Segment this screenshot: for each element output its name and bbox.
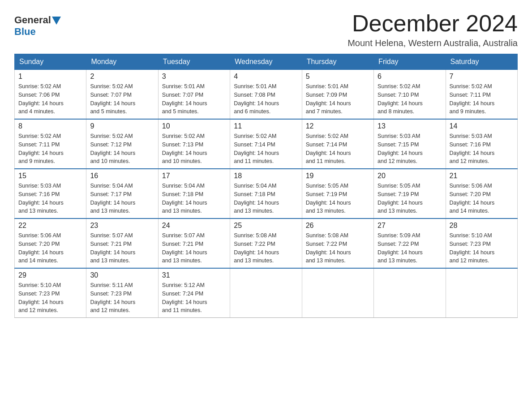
calendar-cell: 29Sunrise: 5:10 AMSunset: 7:23 PMDayligh… (15, 268, 86, 318)
calendar-table: SundayMondayTuesdayWednesdayThursdayFrid… (14, 54, 518, 318)
day-info: Sunrise: 5:05 AMSunset: 7:19 PMDaylight:… (306, 182, 370, 215)
day-info: Sunrise: 5:04 AMSunset: 7:17 PMDaylight:… (90, 182, 154, 215)
day-number: 28 (450, 222, 514, 230)
day-info: Sunrise: 5:01 AMSunset: 7:09 PMDaylight:… (306, 82, 370, 116)
day-number: 16 (90, 172, 154, 180)
day-info: Sunrise: 5:02 AMSunset: 7:14 PMDaylight:… (306, 132, 370, 166)
day-info: Sunrise: 5:04 AMSunset: 7:18 PMDaylight:… (234, 182, 298, 215)
day-number: 4 (234, 73, 298, 81)
day-info: Sunrise: 5:07 AMSunset: 7:21 PMDaylight:… (162, 231, 226, 265)
calendar-cell: 12Sunrise: 5:02 AMSunset: 7:14 PMDayligh… (302, 119, 373, 169)
day-info: Sunrise: 5:04 AMSunset: 7:18 PMDaylight:… (162, 182, 226, 215)
page-header: General Blue December 2024 Mount Helena,… (14, 11, 518, 48)
day-info: Sunrise: 5:06 AMSunset: 7:20 PMDaylight:… (18, 231, 82, 265)
day-number: 2 (90, 73, 154, 81)
day-info: Sunrise: 5:09 AMSunset: 7:22 PMDaylight:… (378, 231, 442, 265)
logo-blue-text: Blue (14, 26, 36, 38)
calendar-cell: 3Sunrise: 5:01 AMSunset: 7:07 PMDaylight… (158, 70, 230, 120)
day-info: Sunrise: 5:10 AMSunset: 7:23 PMDaylight:… (450, 231, 514, 265)
calendar-cell: 17Sunrise: 5:04 AMSunset: 7:18 PMDayligh… (158, 169, 230, 218)
day-number: 30 (90, 271, 154, 279)
day-number: 19 (306, 172, 370, 180)
calendar-header-row: SundayMondayTuesdayWednesdayThursdayFrid… (15, 54, 518, 70)
calendar-cell: 31Sunrise: 5:12 AMSunset: 7:24 PMDayligh… (158, 268, 230, 318)
day-info: Sunrise: 5:08 AMSunset: 7:22 PMDaylight:… (306, 231, 370, 265)
calendar-cell: 15Sunrise: 5:03 AMSunset: 7:16 PMDayligh… (15, 169, 86, 218)
calendar-cell: 11Sunrise: 5:02 AMSunset: 7:14 PMDayligh… (230, 119, 302, 169)
day-number: 22 (18, 222, 82, 230)
day-number: 11 (234, 122, 298, 130)
day-number: 13 (378, 122, 442, 130)
day-info: Sunrise: 5:08 AMSunset: 7:22 PMDaylight:… (234, 231, 298, 265)
calendar-week-row: 1Sunrise: 5:02 AMSunset: 7:06 PMDaylight… (15, 70, 518, 120)
day-info: Sunrise: 5:02 AMSunset: 7:14 PMDaylight:… (234, 132, 298, 166)
calendar-cell: 5Sunrise: 5:01 AMSunset: 7:09 PMDaylight… (302, 70, 373, 120)
calendar-cell: 23Sunrise: 5:07 AMSunset: 7:21 PMDayligh… (86, 218, 158, 268)
title-block: December 2024 Mount Helena, Western Aust… (348, 11, 518, 48)
calendar-cell: 1Sunrise: 5:02 AMSunset: 7:06 PMDaylight… (15, 70, 86, 120)
day-info: Sunrise: 5:02 AMSunset: 7:10 PMDaylight:… (378, 82, 442, 116)
calendar-cell: 27Sunrise: 5:09 AMSunset: 7:22 PMDayligh… (374, 218, 446, 268)
calendar-week-row: 29Sunrise: 5:10 AMSunset: 7:23 PMDayligh… (15, 268, 518, 318)
day-number: 5 (306, 73, 370, 81)
day-info: Sunrise: 5:12 AMSunset: 7:24 PMDaylight:… (162, 281, 226, 315)
day-number: 17 (162, 172, 226, 180)
location-subtitle: Mount Helena, Western Australia, Austral… (348, 38, 518, 48)
calendar-cell: 20Sunrise: 5:05 AMSunset: 7:19 PMDayligh… (374, 169, 446, 218)
month-title: December 2024 (348, 11, 518, 36)
calendar-cell: 9Sunrise: 5:02 AMSunset: 7:12 PMDaylight… (86, 119, 158, 169)
day-number: 12 (306, 122, 370, 130)
header-tuesday: Tuesday (158, 54, 230, 70)
day-number: 3 (162, 73, 226, 81)
day-number: 1 (18, 73, 82, 81)
calendar-cell: 26Sunrise: 5:08 AMSunset: 7:22 PMDayligh… (302, 218, 373, 268)
day-number: 26 (306, 222, 370, 230)
logo-general-text: General (14, 14, 51, 26)
calendar-cell (374, 268, 446, 318)
day-number: 20 (378, 172, 442, 180)
day-number: 6 (378, 73, 442, 81)
day-info: Sunrise: 5:02 AMSunset: 7:13 PMDaylight:… (162, 132, 226, 166)
calendar-cell (230, 268, 302, 318)
logo-triangle-icon (52, 17, 61, 25)
calendar-week-row: 22Sunrise: 5:06 AMSunset: 7:20 PMDayligh… (15, 218, 518, 268)
day-number: 25 (234, 222, 298, 230)
day-number: 18 (234, 172, 298, 180)
header-sunday: Sunday (15, 54, 86, 70)
calendar-cell: 24Sunrise: 5:07 AMSunset: 7:21 PMDayligh… (158, 218, 230, 268)
calendar-cell: 30Sunrise: 5:11 AMSunset: 7:23 PMDayligh… (86, 268, 158, 318)
day-number: 21 (450, 172, 514, 180)
day-info: Sunrise: 5:02 AMSunset: 7:12 PMDaylight:… (90, 132, 154, 166)
calendar-week-row: 15Sunrise: 5:03 AMSunset: 7:16 PMDayligh… (15, 169, 518, 218)
day-info: Sunrise: 5:02 AMSunset: 7:11 PMDaylight:… (18, 132, 82, 166)
day-number: 31 (162, 271, 226, 279)
day-number: 29 (18, 271, 82, 279)
day-info: Sunrise: 5:11 AMSunset: 7:23 PMDaylight:… (90, 281, 154, 315)
calendar-cell: 22Sunrise: 5:06 AMSunset: 7:20 PMDayligh… (15, 218, 86, 268)
header-thursday: Thursday (302, 54, 373, 70)
day-info: Sunrise: 5:06 AMSunset: 7:20 PMDaylight:… (450, 182, 514, 215)
calendar-cell: 14Sunrise: 5:03 AMSunset: 7:16 PMDayligh… (446, 119, 517, 169)
calendar-cell: 21Sunrise: 5:06 AMSunset: 7:20 PMDayligh… (446, 169, 517, 218)
calendar-cell: 2Sunrise: 5:02 AMSunset: 7:07 PMDaylight… (86, 70, 158, 120)
calendar-cell: 6Sunrise: 5:02 AMSunset: 7:10 PMDaylight… (374, 70, 446, 120)
day-number: 23 (90, 222, 154, 230)
calendar-cell: 19Sunrise: 5:05 AMSunset: 7:19 PMDayligh… (302, 169, 373, 218)
day-number: 10 (162, 122, 226, 130)
calendar-cell: 10Sunrise: 5:02 AMSunset: 7:13 PMDayligh… (158, 119, 230, 169)
day-number: 9 (90, 122, 154, 130)
day-info: Sunrise: 5:01 AMSunset: 7:07 PMDaylight:… (162, 82, 226, 116)
day-number: 24 (162, 222, 226, 230)
header-wednesday: Wednesday (230, 54, 302, 70)
calendar-cell: 7Sunrise: 5:02 AMSunset: 7:11 PMDaylight… (446, 70, 517, 120)
day-info: Sunrise: 5:07 AMSunset: 7:21 PMDaylight:… (90, 231, 154, 265)
logo: General Blue (14, 14, 61, 38)
day-info: Sunrise: 5:03 AMSunset: 7:15 PMDaylight:… (378, 132, 442, 166)
calendar-cell (446, 268, 517, 318)
day-number: 7 (450, 73, 514, 81)
calendar-cell (302, 268, 373, 318)
calendar-cell: 13Sunrise: 5:03 AMSunset: 7:15 PMDayligh… (374, 119, 446, 169)
header-friday: Friday (374, 54, 446, 70)
day-info: Sunrise: 5:03 AMSunset: 7:16 PMDaylight:… (450, 132, 514, 166)
calendar-cell: 25Sunrise: 5:08 AMSunset: 7:22 PMDayligh… (230, 218, 302, 268)
